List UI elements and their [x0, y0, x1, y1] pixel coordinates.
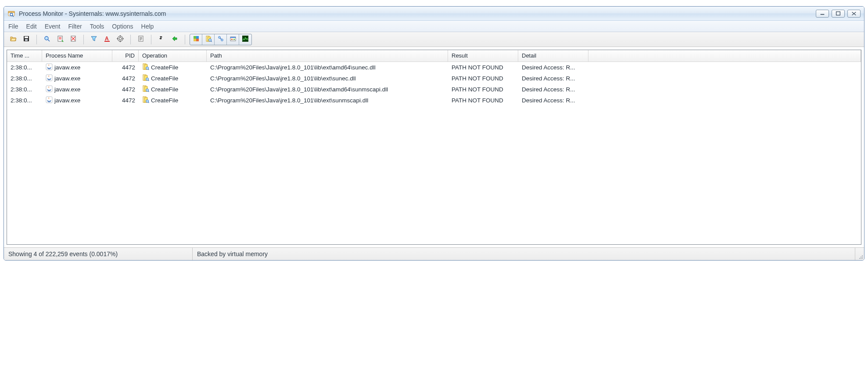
window-title: Process Monitor - Sysinternals: www.sysi… — [19, 10, 816, 17]
activity-filter-group — [190, 34, 252, 45]
window-buttons — [816, 10, 861, 18]
col-path[interactable]: Path — [207, 50, 448, 62]
cell-path: C:\Program%20Files\Java\jre1.8.0_101\lib… — [207, 62, 448, 73]
show-network-button[interactable] — [215, 34, 227, 45]
separator-icon — [151, 35, 151, 44]
cell-detail: Desired Access: R... — [518, 73, 588, 84]
col-time[interactable]: Time ... — [7, 50, 42, 62]
menu-bar: File Edit Event Filter Tools Options Hel… — [4, 21, 864, 32]
save-button[interactable] — [21, 34, 32, 45]
table-row[interactable]: 2:38:0...javaw.exe4472CreateFileC:\Progr… — [7, 95, 861, 106]
resize-grip[interactable] — [855, 248, 864, 260]
status-bar: Showing 4 of 222,259 events (0.0017%) Ba… — [4, 247, 864, 260]
crosshair-icon — [117, 35, 124, 44]
separator-icon — [130, 35, 131, 44]
status-backing: Backed by virtual memory — [193, 248, 855, 260]
cell-spacer — [588, 84, 861, 95]
magnifier-icon — [43, 35, 50, 44]
cell-result: PATH NOT FOUND — [448, 62, 518, 73]
folder-open-icon — [10, 35, 17, 44]
table-row[interactable]: 2:38:0...javaw.exe4472CreateFileC:\Progr… — [7, 73, 861, 84]
show-registry-button[interactable] — [190, 34, 202, 45]
capture-button[interactable] — [41, 34, 53, 45]
toolbar — [4, 32, 864, 47]
file-op-icon — [142, 96, 149, 105]
cell-path: C:\Program%20Files\Java\jre1.8.0_101\lib… — [207, 84, 448, 95]
cell-process: javaw.exe — [42, 95, 112, 106]
menu-help[interactable]: Help — [141, 23, 154, 30]
clear-button[interactable] — [68, 34, 79, 45]
autoscroll-icon — [57, 35, 64, 44]
status-event-count: Showing 4 of 222,259 events (0.0017%) — [4, 248, 193, 260]
col-detail[interactable]: Detail — [518, 50, 588, 62]
show-process-button[interactable] — [227, 34, 239, 45]
java-icon — [46, 85, 53, 94]
cell-pid: 4472 — [112, 95, 139, 106]
menu-edit[interactable]: Edit — [26, 23, 37, 30]
menu-file[interactable]: File — [8, 23, 18, 30]
close-button[interactable] — [847, 10, 861, 18]
process-icon — [230, 35, 237, 44]
col-process[interactable]: Process Name — [42, 50, 112, 62]
clear-icon — [70, 35, 77, 44]
cell-spacer — [588, 95, 861, 106]
highlight-button[interactable] — [101, 34, 113, 45]
cell-operation: CreateFile — [139, 73, 207, 84]
jump-to-button[interactable] — [169, 34, 180, 45]
event-rows[interactable]: 2:38:0...javaw.exe4472CreateFileC:\Progr… — [7, 62, 861, 244]
cell-result: PATH NOT FOUND — [448, 84, 518, 95]
file-op-icon — [142, 85, 149, 94]
cell-detail: Desired Access: R... — [518, 62, 588, 73]
col-pid[interactable]: PID — [112, 50, 139, 62]
cell-path: C:\Program%20Files\Java\jre1.8.0_101\lib… — [207, 73, 448, 84]
menu-event[interactable]: Event — [45, 23, 61, 30]
cell-pid: 4472 — [112, 84, 139, 95]
file-op-icon — [142, 74, 149, 83]
filter-button[interactable] — [88, 34, 100, 45]
col-spacer[interactable] — [588, 50, 861, 62]
binoculars-icon — [158, 35, 165, 44]
column-headers: Time ... Process Name PID Operation Path… — [7, 50, 861, 62]
find-button[interactable] — [156, 34, 167, 45]
table-row[interactable]: 2:38:0...javaw.exe4472CreateFileC:\Progr… — [7, 84, 861, 95]
cell-time: 2:38:0... — [7, 62, 42, 73]
cell-spacer — [588, 62, 861, 73]
cell-operation: CreateFile — [139, 62, 207, 73]
minimize-button[interactable] — [816, 10, 829, 18]
arrow-icon — [171, 35, 178, 44]
separator-icon — [36, 35, 37, 44]
title-bar[interactable]: Process Monitor - Sysinternals: www.sysi… — [4, 7, 864, 21]
separator-icon — [185, 35, 185, 44]
cell-operation: CreateFile — [139, 95, 207, 106]
cell-spacer — [588, 73, 861, 84]
maximize-button[interactable] — [832, 10, 845, 18]
menu-filter[interactable]: Filter — [68, 23, 82, 30]
include-process-button[interactable] — [115, 34, 126, 45]
cell-time: 2:38:0... — [7, 73, 42, 84]
app-icon — [7, 10, 15, 18]
col-operation[interactable]: Operation — [139, 50, 207, 62]
cell-result: PATH NOT FOUND — [448, 95, 518, 106]
cell-path: C:\Program%20Files\Java\jre1.8.0_101\lib… — [207, 95, 448, 106]
cell-detail: Desired Access: R... — [518, 95, 588, 106]
cell-detail: Desired Access: R... — [518, 84, 588, 95]
show-filesystem-button[interactable] — [202, 34, 215, 45]
col-result[interactable]: Result — [448, 50, 518, 62]
event-properties-button[interactable] — [135, 34, 147, 45]
cell-pid: 4472 — [112, 62, 139, 73]
filesystem-icon — [205, 35, 212, 44]
java-icon — [46, 96, 53, 105]
cell-process: javaw.exe — [42, 84, 112, 95]
open-button[interactable] — [7, 34, 19, 45]
menu-options[interactable]: Options — [112, 23, 133, 30]
grip-icon — [858, 254, 863, 259]
registry-icon — [193, 35, 200, 44]
highlight-icon — [104, 35, 111, 44]
show-profiling-button[interactable] — [239, 34, 251, 45]
autoscroll-button[interactable] — [54, 34, 66, 45]
menu-tools[interactable]: Tools — [90, 23, 104, 30]
cell-time: 2:38:0... — [7, 95, 42, 106]
table-row[interactable]: 2:38:0...javaw.exe4472CreateFileC:\Progr… — [7, 62, 861, 73]
java-icon — [46, 63, 53, 72]
java-icon — [46, 74, 53, 83]
